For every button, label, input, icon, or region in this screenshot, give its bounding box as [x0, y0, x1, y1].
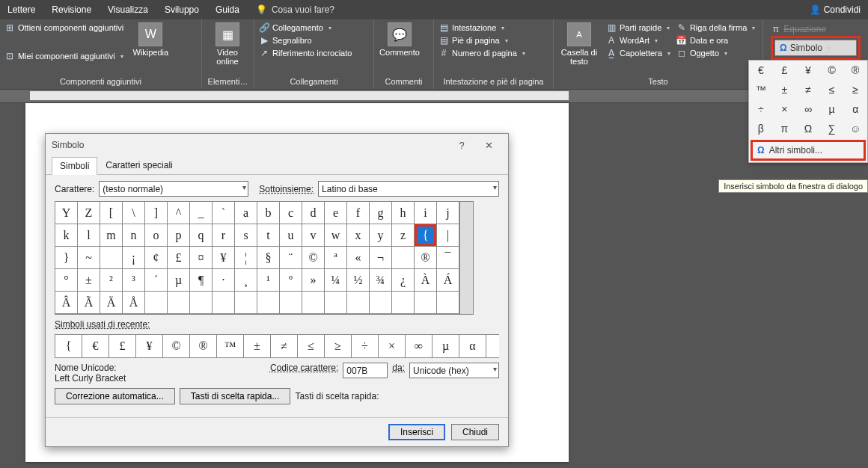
- char-cell[interactable]: µ: [168, 269, 190, 292]
- char-cell[interactable]: [280, 292, 302, 314]
- close-button[interactable]: Chiudi: [451, 424, 499, 440]
- subset-select[interactable]: Latino di base▾: [318, 181, 499, 197]
- char-cell[interactable]: §: [257, 247, 280, 269]
- recent-cell[interactable]: ≠: [271, 335, 298, 357]
- char-cell[interactable]: ¡: [123, 247, 145, 269]
- menu-lettere[interactable]: Lettere: [7, 4, 35, 15]
- char-cell[interactable]: f: [347, 202, 370, 224]
- recent-cell[interactable]: ¥: [136, 335, 163, 357]
- recent-cell[interactable]: ≤: [298, 335, 325, 357]
- char-cell[interactable]: q: [190, 224, 213, 247]
- char-cell[interactable]: £: [168, 247, 190, 269]
- pagenum-button[interactable]: #Numero di pagina: [438, 48, 525, 58]
- share-button[interactable]: 👤 Condividi: [810, 4, 861, 15]
- font-select[interactable]: (testo normale)▾: [99, 181, 248, 197]
- char-cell[interactable]: [235, 292, 257, 314]
- more-symbols-button[interactable]: Ω Altri simboli...: [753, 142, 864, 158]
- char-cell[interactable]: z: [392, 224, 415, 247]
- dropcap-button[interactable]: A̲Capolettera: [606, 48, 670, 58]
- char-cell[interactable]: }: [55, 247, 78, 269]
- flyout-symbol-cell[interactable]: ≠: [796, 80, 820, 99]
- recent-cell[interactable]: ™: [217, 335, 244, 357]
- help-button[interactable]: ?: [448, 140, 475, 151]
- tab-symbols[interactable]: Simboli: [52, 157, 97, 175]
- from-select[interactable]: Unicode (hex)▾: [409, 363, 499, 378]
- recent-cell[interactable]: ∞: [406, 335, 433, 357]
- char-cell[interactable]: |: [437, 224, 459, 247]
- equation-button[interactable]: π Equazione: [771, 24, 861, 34]
- char-cell[interactable]: [100, 247, 123, 269]
- char-cell[interactable]: º: [280, 269, 302, 292]
- comment-button[interactable]: 💬 Commento: [377, 21, 422, 58]
- char-cell[interactable]: ³: [123, 269, 145, 292]
- object-button[interactable]: ◻Oggetto: [676, 48, 755, 58]
- char-cell[interactable]: [415, 292, 437, 314]
- char-cell[interactable]: ½: [347, 269, 370, 292]
- menu-sviluppo[interactable]: Sviluppo: [165, 4, 199, 15]
- recent-cell[interactable]: €: [82, 335, 109, 357]
- char-cell[interactable]: ¿: [392, 269, 415, 292]
- char-cell[interactable]: e: [325, 202, 347, 224]
- recent-row[interactable]: {€£¥©®™±≠≤≥÷×∞µα: [55, 334, 499, 358]
- char-cell[interactable]: [325, 292, 347, 314]
- menu-revisione[interactable]: Revisione: [52, 4, 91, 15]
- char-cell[interactable]: ¨: [280, 247, 302, 269]
- char-cell[interactable]: c: [280, 202, 302, 224]
- flyout-symbol-cell[interactable]: ∑: [820, 119, 844, 138]
- char-cell[interactable]: [145, 292, 168, 314]
- flyout-symbol-cell[interactable]: π: [773, 119, 797, 138]
- char-cell[interactable]: [347, 292, 370, 314]
- recent-cell[interactable]: £: [109, 335, 136, 357]
- char-cell[interactable]: ¼: [325, 269, 347, 292]
- char-cell[interactable]: ¹: [257, 269, 280, 292]
- menu-guida[interactable]: Guida: [216, 4, 239, 15]
- flyout-symbol-cell[interactable]: Ω: [796, 119, 820, 138]
- char-cell[interactable]: r: [213, 224, 235, 247]
- char-cell[interactable]: [190, 292, 213, 314]
- flyout-symbol-cell[interactable]: α: [843, 99, 867, 119]
- char-cell[interactable]: u: [280, 224, 302, 247]
- insert-button[interactable]: Inserisci: [388, 424, 445, 440]
- char-cell[interactable]: [392, 292, 415, 314]
- char-cell[interactable]: Ä: [100, 292, 123, 314]
- char-cell[interactable]: Å: [123, 292, 145, 314]
- flyout-symbol-cell[interactable]: µ: [820, 99, 844, 119]
- char-cell[interactable]: ´: [145, 269, 168, 292]
- char-cell[interactable]: ~: [78, 247, 100, 269]
- sigline-button[interactable]: ✎Riga della firma: [676, 22, 755, 33]
- char-cell[interactable]: Y: [55, 202, 78, 224]
- link-button[interactable]: 🔗Collegamento: [259, 22, 352, 33]
- char-cell[interactable]: a: [235, 202, 257, 224]
- char-cell[interactable]: h: [392, 202, 415, 224]
- char-cell[interactable]: y: [370, 224, 392, 247]
- char-cell[interactable]: ¾: [370, 269, 392, 292]
- flyout-symbol-cell[interactable]: €: [749, 61, 773, 80]
- char-cell[interactable]: `: [213, 202, 235, 224]
- char-cell[interactable]: g: [370, 202, 392, 224]
- quickparts-button[interactable]: ▥Parti rapide: [606, 22, 670, 33]
- char-cell[interactable]: ¢: [145, 247, 168, 269]
- char-cell[interactable]: ¯: [437, 247, 459, 269]
- flyout-symbol-cell[interactable]: ©: [820, 61, 844, 80]
- get-addins-button[interactable]: ⊞Ottieni componenti aggiuntivi: [4, 22, 123, 33]
- flyout-symbol-cell[interactable]: ®: [843, 61, 867, 80]
- char-cell[interactable]: ©: [302, 247, 325, 269]
- char-cell[interactable]: [: [100, 202, 123, 224]
- char-cell[interactable]: [257, 292, 280, 314]
- close-icon[interactable]: ✕: [475, 140, 502, 151]
- tell-me[interactable]: 💡 Cosa vuoi fare?: [256, 4, 334, 15]
- char-grid[interactable]: YZ[\]^_`abcdefghijklmnopqrstuvwxyz{|}~¡¢…: [55, 201, 459, 315]
- datetime-button[interactable]: 📅Data e ora: [676, 35, 755, 46]
- char-cell[interactable]: [302, 292, 325, 314]
- flyout-symbol-cell[interactable]: ☺: [843, 119, 867, 138]
- char-cell[interactable]: «: [347, 247, 370, 269]
- wikipedia-button[interactable]: W Wikipedia: [128, 21, 173, 58]
- recent-cell[interactable]: α: [459, 335, 486, 357]
- char-cell[interactable]: p: [168, 224, 190, 247]
- char-cell[interactable]: À: [415, 269, 437, 292]
- xref-button[interactable]: ↗Riferimento incrociato: [259, 48, 352, 58]
- char-cell[interactable]: Â: [55, 292, 78, 314]
- header-button[interactable]: ▤Intestazione: [438, 22, 525, 33]
- char-cell[interactable]: d: [302, 202, 325, 224]
- char-cell[interactable]: »: [302, 269, 325, 292]
